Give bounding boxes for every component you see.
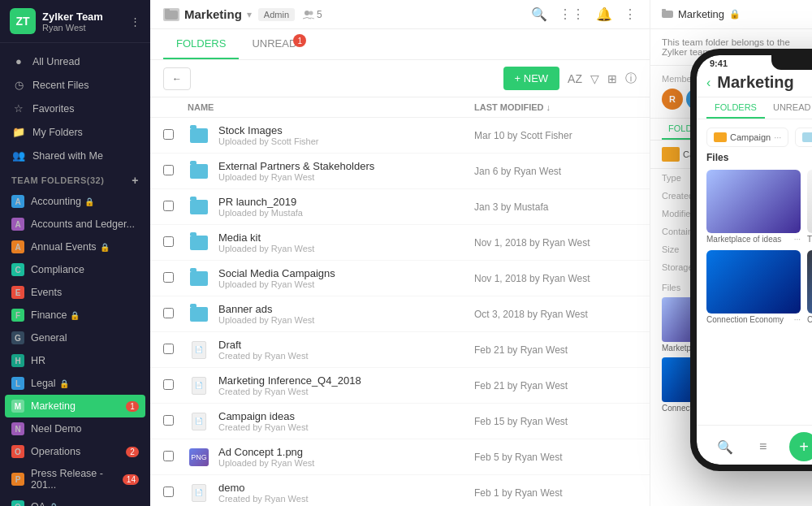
phone-campaign-more[interactable]: ···: [774, 132, 781, 142]
row-checkbox[interactable]: [163, 415, 174, 426]
phone-file-thumb-4: [807, 250, 812, 314]
sidebar-item-marketing[interactable]: M Marketing 1: [5, 395, 145, 417]
main-title-arrow[interactable]: ▾: [247, 9, 252, 20]
table-row[interactable]: 📄 Campaign ideasCreated by Ryan West Feb…: [150, 404, 650, 439]
phone-tab-unread[interactable]: UNREAD: [765, 97, 812, 119]
more-menu-icon[interactable]: ⋮: [624, 6, 637, 22]
events-icon: E: [11, 286, 24, 299]
finance-icon: F: [11, 309, 24, 322]
user-count: 5: [303, 9, 322, 20]
table-row[interactable]: External Partners & StakeholdersUploaded…: [150, 154, 650, 189]
sidebar-item-operations[interactable]: O Operations 2: [0, 440, 150, 463]
file-list: NAME LAST MODIFIED ↓ Stock ImagesUploade…: [150, 97, 650, 506]
sidebar-item-events[interactable]: E Events: [0, 281, 150, 304]
table-row[interactable]: 📄 demoCreated by Ryan West Feb 1 by Ryan…: [150, 475, 650, 506]
phone-file-item[interactable]: Content is king ···: [807, 250, 812, 324]
add-team-folder-btn[interactable]: +: [132, 174, 139, 187]
phone-folder-campaign[interactable]: Campaign ···: [706, 128, 788, 147]
sidebar-item-compliance[interactable]: C Compliance: [0, 258, 150, 281]
view-toggle-icon[interactable]: ⊞: [607, 72, 617, 85]
info-icon[interactable]: ⓘ: [625, 71, 637, 86]
sidebar-item-all-unread[interactable]: ● All Unread: [0, 50, 150, 73]
col-modified-header[interactable]: LAST MODIFIED ↓: [474, 102, 637, 112]
sidebar-item-favorites[interactable]: ☆ Favorites: [0, 97, 150, 120]
avatar: R: [662, 89, 683, 110]
phone-files-section: Files Marketplace of ideas ··· The right…: [697, 152, 812, 324]
phone-back-button[interactable]: ‹: [706, 76, 710, 90]
row-checkbox[interactable]: [163, 487, 174, 497]
sidebar-item-shared[interactable]: 👥 Shared with Me: [0, 144, 150, 167]
table-row[interactable]: 📄 DraftCreated by Ryan West Feb 21 by Ry…: [150, 332, 650, 368]
row-checkbox[interactable]: [163, 272, 174, 283]
sidebar-menu-icon[interactable]: ⋮: [130, 15, 140, 28]
filter-icon[interactable]: ▽: [590, 72, 599, 85]
new-button[interactable]: + NEW: [503, 67, 560, 90]
folder-icon: [188, 270, 210, 288]
back-icon: ←: [172, 73, 182, 84]
sidebar-item-my-folders[interactable]: 📁 My Folders: [0, 120, 150, 144]
phone-list-icon[interactable]: ≡: [752, 435, 775, 458]
sidebar: ZT Zylker Team Ryan West ⋮ ● All Unread …: [0, 0, 150, 506]
main-header: Marketing ▾ Admin 5 🔍 ⋮⋮ 🔔 ⋮: [150, 0, 650, 29]
grid-icon[interactable]: ⋮⋮: [559, 6, 585, 22]
bell-icon[interactable]: 🔔: [596, 6, 612, 22]
main-title-area: Marketing ▾ Admin 5: [163, 7, 322, 21]
row-checkbox[interactable]: [163, 165, 174, 175]
phone-analysis-folder-icon: [802, 132, 812, 142]
row-checkbox[interactable]: [163, 236, 174, 247]
sidebar-item-press[interactable]: P Press Release - 201... 14: [0, 463, 150, 495]
phone-search-icon[interactable]: 🔍: [714, 435, 736, 458]
phone-files-label: Files: [706, 152, 812, 163]
phone-file-item[interactable]: Connection Economy ···: [706, 250, 801, 324]
phone-folder-row: Campaign ··· Analysis ···: [706, 128, 812, 147]
sidebar-item-qa[interactable]: Q QA 🔒: [0, 495, 150, 506]
row-checkbox[interactable]: [163, 308, 174, 318]
phone-campaign-folder-icon: [714, 132, 727, 142]
phone-tabs: FOLDERS UNREAD: [697, 97, 812, 119]
press-icon: P: [11, 473, 24, 486]
rp-folder-icon: [662, 8, 673, 20]
recent-files-icon: ◷: [11, 79, 26, 91]
table-row[interactable]: PR launch_2019Uploaded by Mustafa Jan 3 …: [150, 189, 650, 225]
phone-fab-add[interactable]: +: [789, 432, 812, 461]
neel-icon: N: [11, 422, 24, 435]
sidebar-team-user: Ryan West: [42, 23, 103, 32]
table-row[interactable]: PNG Ad Concept 1.pngUploaded by Ryan Wes…: [150, 439, 650, 475]
row-checkbox[interactable]: [163, 379, 174, 390]
phone-tab-folders[interactable]: FOLDERS: [706, 97, 765, 119]
sort-az-icon[interactable]: AZ: [568, 72, 582, 85]
phone-folder-analysis[interactable]: Analysis ···: [795, 128, 812, 147]
phone-file-item[interactable]: Marketplace of ideas ···: [706, 170, 801, 244]
table-row[interactable]: Stock ImagesUploaded by Scott Fisher Mar…: [150, 118, 650, 154]
tab-unread[interactable]: UNREAD 1: [239, 29, 309, 59]
sidebar-item-accounts[interactable]: A Accounts and Ledger...: [0, 213, 150, 236]
table-row[interactable]: Social Media CampaignsUploaded by Ryan W…: [150, 261, 650, 296]
phone-file-thumb-3: [706, 250, 801, 314]
row-checkbox[interactable]: [163, 451, 174, 461]
row-checkbox[interactable]: [163, 129, 174, 140]
sidebar-item-general[interactable]: G General: [0, 327, 150, 349]
table-row[interactable]: Media kitUploaded by Ryan West Nov 1, 20…: [150, 225, 650, 261]
phone-file-item[interactable]: The right metrics ···: [807, 170, 812, 244]
sidebar-item-annual[interactable]: A Annual Events 🔒: [0, 236, 150, 258]
sidebar-item-accounting[interactable]: A Accounting 🔒: [0, 190, 150, 213]
phone-folders-section: Campaign ··· Analysis ···: [697, 119, 812, 152]
phone-file-more-3[interactable]: ···: [794, 315, 801, 324]
marketing-icon: M: [11, 400, 24, 413]
sidebar-item-legal[interactable]: L Legal 🔒: [0, 372, 150, 395]
table-row[interactable]: Banner adsUploaded by Ryan West Oct 3, 2…: [150, 296, 650, 332]
campaign-folder-icon: [662, 147, 680, 162]
sidebar-item-hr[interactable]: H HR: [0, 349, 150, 372]
accounting-lock-icon: 🔒: [84, 197, 94, 206]
row-checkbox[interactable]: [163, 201, 174, 211]
row-checkbox[interactable]: [163, 344, 174, 354]
sidebar-item-recent-files[interactable]: ◷ Recent Files: [0, 73, 150, 97]
sidebar-item-finance[interactable]: F Finance 🔒: [0, 304, 150, 327]
file-list-header: NAME LAST MODIFIED ↓: [150, 97, 650, 118]
table-row[interactable]: 📄 Marketing Inference_Q4_2018Created by …: [150, 368, 650, 404]
sidebar-item-neel[interactable]: N Neel Demo: [0, 417, 150, 440]
phone-file-more-1[interactable]: ···: [794, 235, 801, 244]
search-icon[interactable]: 🔍: [531, 6, 547, 22]
back-btn[interactable]: ←: [163, 67, 191, 90]
tab-folders[interactable]: FOLDERS: [163, 29, 239, 59]
